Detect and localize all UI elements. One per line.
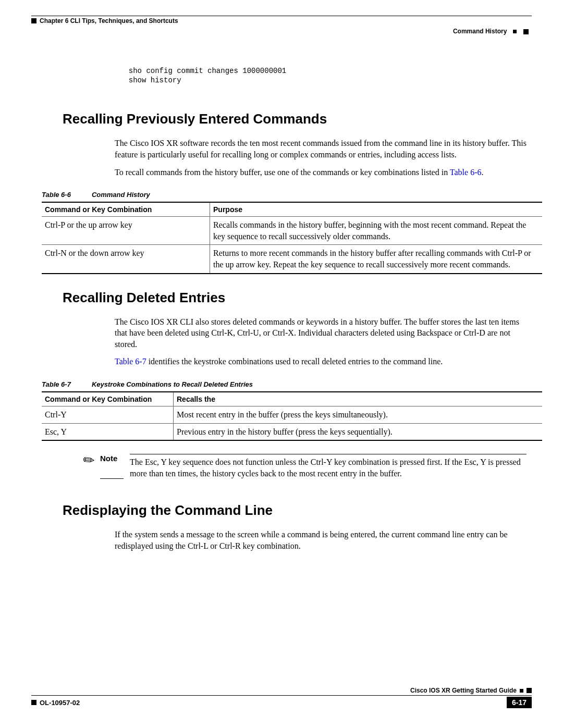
table-row: Ctrl-N or the down arrow key Returns to … <box>42 245 542 274</box>
body-text: The Cisco IOS XR CLI also stores deleted… <box>115 316 527 350</box>
body-text: Table 6-7 identifies the keystroke combi… <box>115 356 527 367</box>
page-header: Chapter 6 CLI Tips, Techniques, and Shor… <box>31 16 532 24</box>
body-text: If the system sends a message to the scr… <box>115 529 527 551</box>
table-cell: Ctrl-N or the down arrow key <box>42 245 210 274</box>
footer-guide-row: Cisco IOS XR Getting Started Guide <box>31 687 532 696</box>
section-heading-redisplaying: Redisplaying the Command Line <box>63 502 532 519</box>
section-heading-recalling-deleted: Recalling Deleted Entries <box>63 290 532 306</box>
table-6-6-link[interactable]: Table 6-6 <box>450 168 482 177</box>
guide-title: Cisco IOS XR Getting Started Guide <box>410 687 517 694</box>
table-header-row: Command or Key Combination Recalls the <box>42 392 542 406</box>
page-number: 6-17 <box>507 697 532 708</box>
bullet-icon <box>31 18 36 23</box>
note-block: ✎ Note The Esc, Y key sequence does not … <box>83 454 527 479</box>
column-header: Purpose <box>210 202 543 217</box>
footer-bottom-row: OL-10957-02 6-17 <box>31 696 532 708</box>
table-cell: Returns to more recent commands in the h… <box>210 245 543 274</box>
column-header: Command or Key Combination <box>42 202 210 217</box>
body-text: The Cisco IOS XR software records the te… <box>115 138 527 160</box>
table-cell: Recalls commands in the history buffer, … <box>210 217 543 245</box>
header-chapter: Chapter 6 CLI Tips, Techniques, and Shor… <box>31 17 178 24</box>
table-cell: Most recent entry in the buffer (press t… <box>174 406 543 423</box>
doc-id: OL-10957-02 <box>40 699 80 707</box>
table-row: Esc, Y Previous entry in the history buf… <box>42 423 542 440</box>
bullet-icon <box>527 688 532 693</box>
pencil-icon: ✎ <box>80 452 98 470</box>
note-text: The Esc, Y key sequence does not functio… <box>130 454 527 479</box>
table-6-7-caption: Table 6-7Keystroke Combinations to Recal… <box>42 380 532 388</box>
page-footer: Cisco IOS XR Getting Started Guide OL-10… <box>31 687 532 708</box>
bullet-icon <box>520 689 523 693</box>
note-label: Note <box>100 454 124 479</box>
bullet-icon <box>523 29 529 34</box>
section-heading-recalling-commands: Recalling Previously Entered Commands <box>63 111 532 127</box>
table-6-7: Command or Key Combination Recalls the C… <box>42 391 542 441</box>
footer-docid: OL-10957-02 <box>31 699 80 707</box>
table-cell: Esc, Y <box>42 423 174 440</box>
column-header: Command or Key Combination <box>42 392 174 406</box>
document-page: Chapter 6 CLI Tips, Techniques, and Shor… <box>0 0 563 728</box>
header-section: Command History <box>453 28 507 35</box>
chapter-label: Chapter 6 CLI Tips, Techniques, and Shor… <box>40 17 178 24</box>
table-cell: Previous entry in the history buffer (pr… <box>174 423 543 440</box>
bullet-icon <box>513 30 517 33</box>
table-row: Ctrl-P or the up arrow key Recalls comma… <box>42 217 542 245</box>
table-cell: Ctrl-Y <box>42 406 174 423</box>
body-text: To recall commands from the history buff… <box>115 167 527 178</box>
code-block: sho config commit changes 1000000001 sho… <box>120 66 532 85</box>
header-section-row: Command History <box>31 28 532 35</box>
table-6-6: Command or Key Combination Purpose Ctrl-… <box>42 202 542 274</box>
table-6-7-link[interactable]: Table 6-7 <box>115 357 146 366</box>
table-row: Ctrl-Y Most recent entry in the buffer (… <box>42 406 542 423</box>
bullet-icon <box>31 700 36 705</box>
table-6-6-caption: Table 6-6Command History <box>42 191 532 199</box>
table-header-row: Command or Key Combination Purpose <box>42 202 542 217</box>
column-header: Recalls the <box>174 392 543 406</box>
table-cell: Ctrl-P or the up arrow key <box>42 217 210 245</box>
